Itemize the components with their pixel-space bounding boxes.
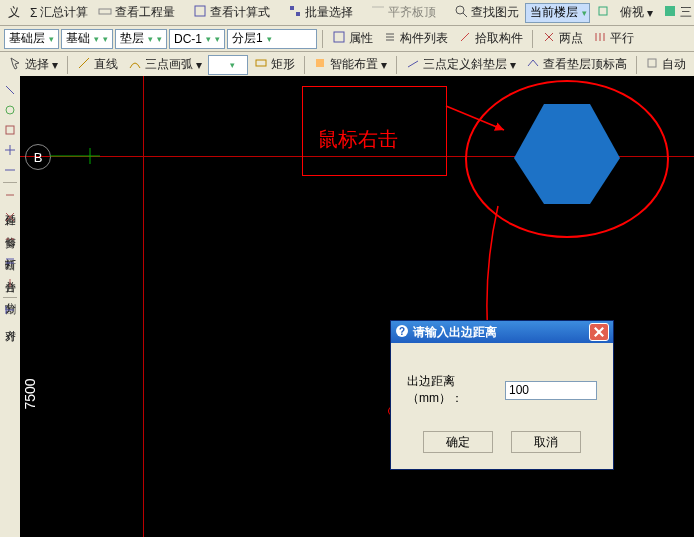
layer-select-2[interactable]: 基础▾▾: [61, 29, 113, 49]
elev-icon: [526, 56, 540, 73]
side-break[interactable]: [1, 230, 19, 248]
side-tool-4[interactable]: [1, 141, 19, 159]
list-icon: [383, 30, 397, 47]
ok-button[interactable]: 确定: [423, 431, 493, 453]
svg-line-27: [446, 106, 504, 130]
parallel-icon: [593, 30, 607, 47]
arc-icon: [128, 56, 142, 73]
search-icon: [454, 4, 468, 21]
svg-line-6: [463, 13, 467, 17]
three-point-slope-button[interactable]: 三点定义斜垫层▾: [402, 54, 520, 75]
svg-rect-0: [99, 9, 111, 14]
side-split[interactable]: [1, 274, 19, 292]
side-tool-5[interactable]: [1, 161, 19, 179]
line-button[interactable]: 直线: [73, 54, 122, 75]
svg-rect-7: [599, 7, 607, 15]
svg-rect-9: [334, 32, 344, 42]
some-icon-button[interactable]: [592, 2, 614, 23]
toolbar-draw: 选择▾ 直线 三点画弧▾ ▾ 矩形 智能布置▾ 三点定义斜垫层▾ 查看垫层顶标高…: [0, 52, 694, 78]
annotation-text: 鼠标右击: [318, 126, 398, 153]
batch-icon: [288, 4, 302, 21]
two-point-button[interactable]: 两点: [538, 28, 587, 49]
properties-button[interactable]: 属性: [328, 28, 377, 49]
cube-icon: [596, 4, 610, 21]
empty-select[interactable]: ▾: [208, 55, 248, 75]
hexagon-shape: [512, 100, 622, 206]
side-extend[interactable]: [1, 186, 19, 204]
svg-rect-1: [195, 6, 205, 16]
side-merge[interactable]: [1, 252, 19, 270]
svg-marker-28: [514, 104, 620, 204]
distance-label: 出边距离（mm）：: [407, 373, 501, 407]
align-top-button[interactable]: 平齐板顶: [367, 2, 440, 23]
layer-select-3[interactable]: 垫层▾▾: [115, 29, 167, 49]
arrow-1: [444, 100, 514, 140]
svg-point-5: [456, 6, 464, 14]
dialog: ? 请输入出边距离 出边距离（mm）： 确定 取消: [390, 320, 614, 470]
line-icon: [77, 56, 91, 73]
side-tool-2[interactable]: [1, 101, 19, 119]
dc-select[interactable]: DC-1▾▾: [169, 29, 225, 49]
dialog-close-button[interactable]: [589, 323, 609, 341]
view-calc-button[interactable]: 查看计算式: [189, 2, 274, 23]
grid-axis-vertical: [143, 76, 144, 537]
svg-rect-2: [290, 6, 294, 10]
component-list-button[interactable]: 构件列表: [379, 28, 452, 49]
arc-button[interactable]: 三点画弧▾: [124, 54, 206, 75]
svg-rect-21: [316, 59, 324, 67]
side-trim[interactable]: [1, 208, 19, 226]
batch-select-button[interactable]: 批量选择: [284, 2, 357, 23]
dialog-title: 请输入出边距离: [413, 324, 585, 341]
side-toolbar: 延伸 修剪 打断 合并 分割 对齐: [0, 76, 21, 537]
axis-marker-b: B: [25, 144, 51, 170]
canvas[interactable]: B 7500 鼠标右击 ? 请输入出边距离 出边距离（mm）：: [20, 76, 694, 537]
svg-line-13: [461, 33, 469, 41]
smart-layout-button[interactable]: 智能布置▾: [309, 54, 391, 75]
distance-input[interactable]: [505, 381, 597, 400]
align-icon: [371, 4, 385, 21]
calc-icon: [193, 4, 207, 21]
side-tool-3[interactable]: [1, 121, 19, 139]
svg-line-19: [79, 58, 89, 68]
color-icon: [663, 4, 677, 21]
chevron-down-icon: ▾: [582, 8, 587, 18]
sigma-icon: Σ: [30, 6, 37, 20]
view-top-elevation-button[interactable]: 查看垫层顶标高: [522, 54, 631, 75]
auto-icon: [645, 56, 659, 73]
rect-button[interactable]: 矩形: [250, 54, 299, 75]
san-button[interactable]: 三: [659, 2, 694, 23]
view-qty-button[interactable]: 查看工程量: [94, 2, 179, 23]
svg-rect-22: [648, 59, 656, 67]
twopoint-icon: [542, 30, 556, 47]
picker-icon: [458, 30, 472, 47]
side-align[interactable]: [1, 301, 19, 319]
parallel-button[interactable]: 平行: [589, 28, 638, 49]
auto-button[interactable]: 自动: [641, 54, 690, 75]
layer-select-1[interactable]: 基础层▾: [4, 29, 59, 49]
find-element-button[interactable]: 查找图元: [450, 2, 523, 23]
question-icon: ?: [395, 324, 409, 341]
select-button[interactable]: 选择▾: [4, 54, 62, 75]
svg-rect-24: [6, 126, 14, 134]
menu-yi[interactable]: 义: [4, 2, 24, 23]
toolbar-layers: 基础层▾ 基础▾▾ 垫层▾▾ DC-1▾▾ 分层1▾ 属性 构件列表 拾取构件 …: [0, 26, 694, 52]
cancel-button[interactable]: 取消: [511, 431, 581, 453]
split-select[interactable]: 分层1▾: [227, 29, 317, 49]
smart-icon: [313, 56, 327, 73]
sum-calc-button[interactable]: Σ汇总计算: [26, 2, 92, 23]
side-tool-1[interactable]: [1, 81, 19, 99]
props-icon: [332, 30, 346, 47]
dimension-label: 7500: [22, 378, 38, 409]
toolbar-main: 义 Σ汇总计算 查看工程量 查看计算式 批量选择 平齐板顶 查找图元 当前楼层▾…: [0, 0, 694, 26]
cursor-icon: [8, 56, 22, 73]
rect-icon: [254, 56, 268, 73]
svg-point-23: [6, 106, 14, 114]
pick-component-button[interactable]: 拾取构件: [454, 28, 527, 49]
slope-icon: [406, 56, 420, 73]
floor-select[interactable]: 当前楼层▾: [525, 3, 590, 23]
svg-rect-8: [665, 6, 675, 16]
svg-rect-3: [296, 12, 300, 16]
view-mode-button[interactable]: 俯视▾: [616, 2, 657, 23]
axis-tick: [50, 144, 100, 168]
dialog-titlebar[interactable]: ? 请输入出边距离: [391, 321, 613, 343]
